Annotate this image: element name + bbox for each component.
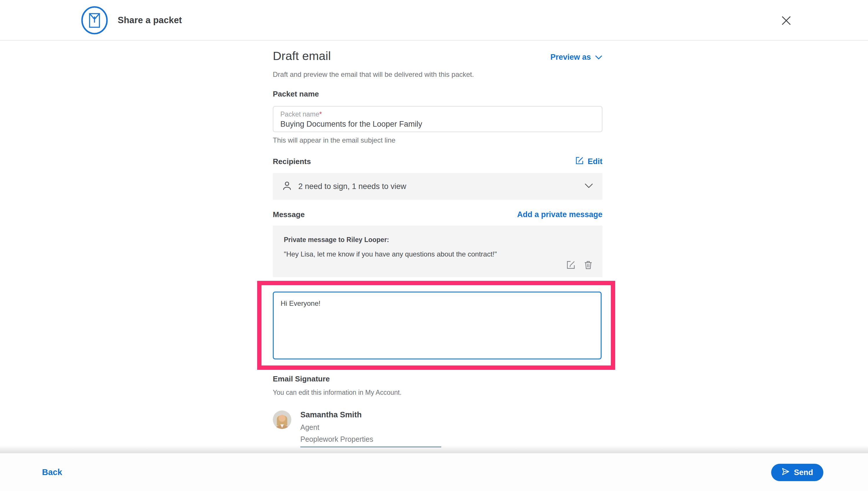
dialog-footer: Back Send <box>0 453 868 491</box>
packet-name-fieldbox[interactable]: Packet name* <box>273 106 602 132</box>
signature-role: Agent <box>300 423 457 432</box>
person-icon <box>282 181 292 192</box>
packet-logo-icon <box>81 6 109 35</box>
edit-label: Edit <box>588 157 602 166</box>
packet-name-helper: This will appear in the email subject li… <box>273 136 602 144</box>
recipients-section-label: Recipients <box>273 157 311 166</box>
close-icon <box>780 14 792 28</box>
signature-divider <box>300 446 441 447</box>
preview-as-dropdown[interactable]: Preview as <box>550 53 602 62</box>
page-subtitle: Draft and preview the email that will be… <box>273 70 602 79</box>
back-button[interactable]: Back <box>42 453 62 491</box>
dialog-body: Draft email Preview as Draft and preview… <box>0 40 868 491</box>
packet-name-input[interactable] <box>280 120 595 129</box>
private-message-text: "Hey Lisa, let me know if you have any q… <box>284 250 592 258</box>
private-message-recipient: Private message to Riley Looper: <box>284 236 592 244</box>
page-title: Draft email <box>273 49 331 63</box>
required-asterisk: * <box>319 110 322 118</box>
send-label: Send <box>794 468 813 477</box>
send-button[interactable]: Send <box>771 464 823 481</box>
add-private-message-button[interactable]: Add a private message <box>517 210 602 219</box>
message-section-label: Message <box>273 210 305 219</box>
signature-name: Samantha Smith <box>300 410 457 420</box>
recipients-summary-bar[interactable]: 2 need to sign, 1 needs to view <box>273 173 602 200</box>
delete-private-message-button[interactable] <box>584 261 592 270</box>
preview-as-label: Preview as <box>550 53 591 62</box>
edit-pencil-icon <box>576 156 584 167</box>
edit-private-message-button[interactable] <box>567 261 575 270</box>
email-signature-section-label: Email Signature <box>273 374 602 383</box>
recipients-summary: 2 need to sign, 1 needs to view <box>298 182 406 191</box>
close-button[interactable] <box>776 11 797 30</box>
add-private-message-label: Add a private message <box>517 210 602 219</box>
private-message-card: Private message to Riley Looper: "Hey Li… <box>273 226 602 277</box>
highlight-annotation-frame: Hi Everyone! <box>257 281 615 370</box>
signature-company: Peoplework Properties <box>300 435 457 443</box>
edit-recipients-button[interactable]: Edit <box>576 156 602 167</box>
email-message-textarea[interactable]: Hi Everyone! <box>273 292 602 359</box>
pencil-icon <box>567 261 575 270</box>
email-signature-note: You can edit this information in My Acco… <box>273 389 602 397</box>
avatar <box>273 410 291 429</box>
trash-icon <box>584 261 592 270</box>
packet-name-section-label: Packet name <box>273 90 602 98</box>
dialog-header: Share a packet <box>0 0 868 40</box>
chevron-down-icon <box>595 53 602 62</box>
dialog-title: Share a packet <box>118 0 182 40</box>
chevron-down-icon[interactable] <box>584 183 593 190</box>
paper-plane-icon <box>781 467 790 478</box>
packet-name-field-label: Packet name <box>280 110 319 118</box>
share-packet-dialog: Share a packet Draft email Preview as <box>0 0 868 491</box>
